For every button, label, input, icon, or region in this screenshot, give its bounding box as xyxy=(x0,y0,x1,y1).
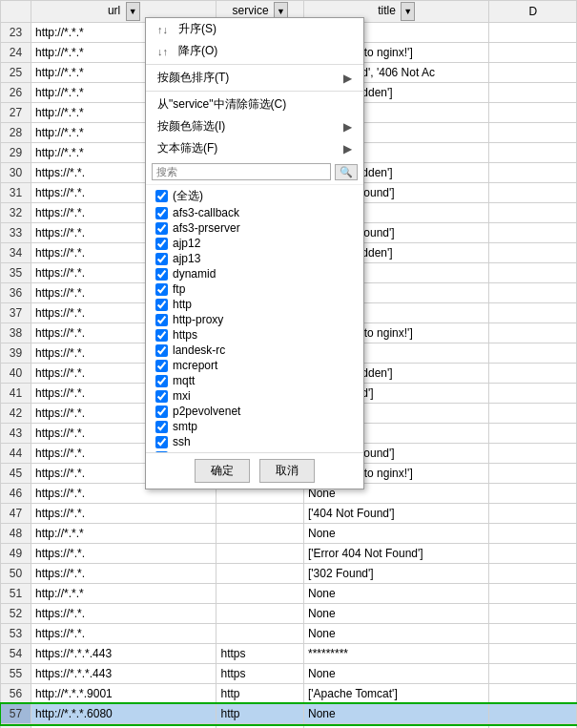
filter-checkbox[interactable] xyxy=(155,329,168,342)
filter-checkbox[interactable] xyxy=(155,421,168,433)
search-input[interactable] xyxy=(152,163,331,180)
title-cell: None xyxy=(303,584,488,604)
filter-item-label: ssh xyxy=(173,435,191,448)
filter-item-label: landesk-rc xyxy=(173,343,225,357)
filter-checkbox[interactable] xyxy=(155,344,168,357)
filter-checkbox[interactable] xyxy=(155,436,168,448)
filter-checkbox-item[interactable]: afs3-callback xyxy=(146,205,363,220)
table-row[interactable]: 58http://*.*.*.8081httpNone xyxy=(1,724,577,729)
filter-checkbox-item[interactable]: afs3-prserver xyxy=(146,220,363,236)
filter-checkbox-item[interactable]: mxi xyxy=(146,388,363,404)
d-cell xyxy=(489,163,577,183)
table-row[interactable]: 47https://*.*.['404 Not Found'] xyxy=(1,504,577,524)
title-cell: ['404 Not Found'] xyxy=(303,504,488,524)
cancel-button[interactable]: 取消 xyxy=(259,459,315,483)
sort-asc-label: 升序(S) xyxy=(178,21,216,37)
select-all-item[interactable]: (全选) xyxy=(146,187,363,205)
row-number-cell: 42 xyxy=(1,404,31,424)
row-number-cell: 35 xyxy=(1,263,31,283)
d-cell xyxy=(489,123,577,143)
filter-checkbox-item[interactable]: ajp13 xyxy=(146,251,363,266)
row-number-cell: 39 xyxy=(1,343,31,364)
filter-checkbox-item[interactable]: mcreport xyxy=(146,358,363,373)
d-cell xyxy=(489,444,577,464)
col-c-filter-btn[interactable]: ▼ xyxy=(401,2,415,21)
filter-item-label: afs3-prserver xyxy=(173,221,240,235)
title-cell: ['Error 404 Not Found'] xyxy=(303,544,488,564)
table-row[interactable]: 52https://*.*.None xyxy=(1,604,577,624)
url-cell: http://*.*.* xyxy=(31,584,216,604)
filter-checkbox-item[interactable]: smtp xyxy=(146,419,363,434)
col-d-header: D xyxy=(489,1,577,23)
filter-checkbox-item[interactable]: https xyxy=(146,327,363,343)
filter-checkbox[interactable] xyxy=(155,268,168,281)
select-all-checkbox[interactable] xyxy=(155,190,168,202)
table-row[interactable]: 48http://*.*.*None xyxy=(1,524,577,544)
d-cell xyxy=(489,23,577,43)
filter-checkbox[interactable] xyxy=(155,406,168,418)
ok-button[interactable]: 确定 xyxy=(195,459,250,483)
filter-checkbox[interactable] xyxy=(155,360,168,372)
filter-checkbox[interactable] xyxy=(155,451,168,453)
sort-by-color-item[interactable]: 按颜色排序(T) ▶ xyxy=(146,67,363,89)
filter-checkbox-item[interactable]: http xyxy=(146,297,363,312)
url-cell: https://*.*.*.443 xyxy=(31,664,216,684)
d-cell xyxy=(489,303,577,323)
table-row[interactable]: 54https://*.*.*.443https********* xyxy=(1,644,577,664)
row-number-cell: 41 xyxy=(1,384,31,404)
sort-asc-item[interactable]: ↑↓ 升序(S) xyxy=(146,18,363,40)
filter-checkbox[interactable] xyxy=(155,253,168,265)
filter-checkbox[interactable] xyxy=(155,299,168,311)
url-cell: https://*.*.*.443 xyxy=(31,644,216,664)
filter-checkbox[interactable] xyxy=(155,390,168,403)
filter-checkbox[interactable] xyxy=(155,283,168,296)
filter-checkbox-item[interactable]: http-proxy xyxy=(146,312,363,327)
filter-checkbox-item[interactable]: landesk-rc xyxy=(146,343,363,358)
title-cell: None xyxy=(303,704,488,724)
filter-checkbox-item[interactable]: mqtt xyxy=(146,373,363,388)
sort-desc-item[interactable]: ↓↑ 降序(O) xyxy=(146,40,363,62)
filter-checkbox-item[interactable]: ftp xyxy=(146,281,363,297)
row-number-cell: 58 xyxy=(1,724,31,729)
d-cell xyxy=(489,103,577,123)
row-number-cell: 44 xyxy=(1,444,31,464)
d-cell xyxy=(489,684,577,704)
row-number-cell: 26 xyxy=(1,83,31,103)
service-cell xyxy=(216,564,304,584)
sort-by-color-arrow: ▶ xyxy=(343,72,352,85)
row-number-cell: 38 xyxy=(1,323,31,343)
table-row[interactable]: 56http://*.*.*.9001http['Apache Tomcat'] xyxy=(1,684,577,704)
table-row[interactable]: 50https://*.*.['302 Found'] xyxy=(1,564,577,584)
clear-filter-label: 从"service"中清除筛选(C) xyxy=(157,96,286,113)
filter-checkbox-item[interactable]: ssh xyxy=(146,434,363,449)
filter-checkbox-item[interactable]: p2pevolvenet xyxy=(146,404,363,419)
filter-checkbox[interactable] xyxy=(155,222,168,235)
select-all-label: (全选) xyxy=(173,188,203,204)
row-number-cell: 56 xyxy=(1,684,31,704)
d-cell xyxy=(489,544,577,564)
filter-checkbox[interactable] xyxy=(155,314,168,326)
filter-checkbox[interactable] xyxy=(155,207,168,219)
filter-dropdown: ↑↓ 升序(S) ↓↑ 降序(O) 按颜色排序(T) ▶ 从"service"中… xyxy=(145,17,364,489)
title-cell: None xyxy=(303,624,488,644)
table-row[interactable]: 57http://*.*.*.6080httpNone xyxy=(1,704,577,724)
service-cell: http xyxy=(216,704,304,724)
table-row[interactable]: 53https://*.*.None xyxy=(1,624,577,644)
text-filter-item[interactable]: 文本筛选(F) ▶ xyxy=(146,137,363,159)
checkbox-list: (全选)afs3-callbackafs3-prserverajp12ajp13… xyxy=(146,185,363,452)
filter-checkbox[interactable] xyxy=(155,238,168,250)
table-row[interactable]: 49https://*.*.['Error 404 Not Found'] xyxy=(1,544,577,564)
search-button[interactable]: 🔍 xyxy=(335,164,358,180)
filter-by-color-item[interactable]: 按颜色筛选(I) ▶ xyxy=(146,115,363,137)
table-row[interactable]: 51http://*.*.*None xyxy=(1,584,577,604)
clear-filter-item[interactable]: 从"service"中清除筛选(C) xyxy=(146,94,363,115)
filter-item-label: smtp xyxy=(173,420,197,433)
col-a-filter-btn[interactable]: ▼ xyxy=(126,2,140,21)
row-number-cell: 36 xyxy=(1,283,31,303)
filter-checkbox-item[interactable]: ajp12 xyxy=(146,236,363,251)
filter-checkbox[interactable] xyxy=(155,375,168,387)
table-row[interactable]: 55https://*.*.*.443httpsNone xyxy=(1,664,577,684)
filter-checkbox-item[interactable]: dynamid xyxy=(146,266,363,281)
d-cell xyxy=(489,243,577,263)
url-cell: https://*.*. xyxy=(31,624,216,644)
